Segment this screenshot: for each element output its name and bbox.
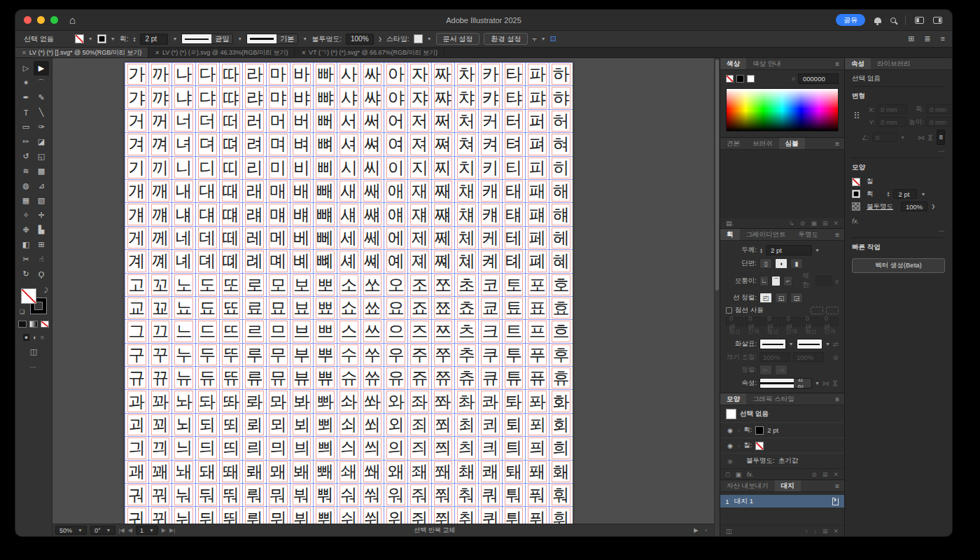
grid-cell[interactable]: 호 xyxy=(550,273,573,296)
grid-cell[interactable]: 냬 xyxy=(172,203,196,226)
search-icon[interactable] xyxy=(890,18,896,23)
grid-cell[interactable]: 뮈 xyxy=(267,507,290,524)
visibility-icon[interactable]: ◉ xyxy=(726,458,734,465)
last-artboard-icon[interactable]: ▶| xyxy=(169,527,175,533)
grid-cell[interactable]: 류 xyxy=(243,367,267,390)
fill-stroke-widget[interactable]: ⤸ ❏ xyxy=(21,288,46,314)
eyedropper-tool[interactable]: ✧ xyxy=(18,208,34,223)
grid-cell[interactable]: 빠 xyxy=(314,63,337,86)
expand-icon[interactable]: › xyxy=(738,442,740,449)
more-options-icon[interactable]: ⋯ xyxy=(852,227,945,234)
grid-cell[interactable]: 희 xyxy=(550,437,573,460)
column-graph-tool[interactable]: ▙ xyxy=(34,223,49,237)
stroke-weight-chevron-icon[interactable]: ▼ xyxy=(172,36,177,41)
tab-transparency[interactable]: 투명도 xyxy=(792,229,825,240)
grid-cell[interactable]: 쵀 xyxy=(455,460,479,483)
grid-cell[interactable]: 뽀 xyxy=(314,273,337,296)
grid-cell[interactable]: 꺄 xyxy=(148,86,172,109)
grid-cell[interactable]: 쀠 xyxy=(314,507,337,524)
grid-cell[interactable]: 떼 xyxy=(219,226,243,249)
visibility-icon[interactable]: ◉ xyxy=(726,442,734,449)
artboard-nav-dropdown[interactable]: 1▼ xyxy=(136,526,158,535)
grid-cell[interactable]: 쐐 xyxy=(360,460,384,483)
grid-cell[interactable]: 쟤 xyxy=(408,203,432,226)
grid-cell[interactable]: 씨 xyxy=(360,156,384,179)
grid-cell[interactable]: 어 xyxy=(384,109,408,132)
weight-stepper[interactable]: ▲▼ xyxy=(760,248,763,253)
visibility-icon[interactable]: ◉ xyxy=(726,427,734,434)
grid-cell[interactable]: 쳐 xyxy=(455,133,479,156)
grid-cell[interactable]: 위 xyxy=(384,507,408,524)
grid-cell[interactable]: 꽈 xyxy=(148,390,172,413)
grid-cell[interactable]: 뙤 xyxy=(219,413,243,436)
corner-miter-button[interactable]: ∟ xyxy=(760,276,769,286)
fill-swatch[interactable] xyxy=(75,34,84,43)
notifications-icon[interactable] xyxy=(874,18,881,23)
grid-cell[interactable]: 두 xyxy=(196,343,220,366)
grid-cell[interactable]: 슈 xyxy=(337,367,361,390)
arrange-documents-icon[interactable] xyxy=(915,17,924,24)
grid-cell[interactable]: 뼈 xyxy=(314,133,337,156)
height-field[interactable]: 0 mm xyxy=(926,117,952,127)
grid-cell[interactable]: 랴 xyxy=(243,86,267,109)
grid-cell[interactable]: 재 xyxy=(408,179,432,202)
artboard-tool[interactable]: ◧ xyxy=(18,237,34,252)
grid-cell[interactable]: 최 xyxy=(455,413,479,436)
width-profile-dropdown[interactable]: 균일 xyxy=(181,34,233,44)
grid-cell[interactable]: 코 xyxy=(479,273,503,296)
grid-cell[interactable]: 크 xyxy=(479,320,503,343)
grid-cell[interactable]: 케 xyxy=(479,226,503,249)
grid-cell[interactable]: 부 xyxy=(290,343,314,366)
docs-grid-icon[interactable]: ⊞ xyxy=(908,34,914,43)
grid-cell[interactable]: 댸 xyxy=(196,203,220,226)
grid-cell[interactable]: 쾌 xyxy=(479,460,503,483)
grid-cell[interactable]: 체 xyxy=(455,226,479,249)
grid-cell[interactable]: 타 xyxy=(502,63,526,86)
hand-tool[interactable]: ☝ xyxy=(34,252,49,267)
artboard-page-icon[interactable] xyxy=(832,498,839,505)
preferences-button[interactable]: 환경 설정 xyxy=(484,33,528,45)
grid-cell[interactable]: 쏘 xyxy=(360,273,384,296)
grid-cell[interactable]: 홰 xyxy=(550,460,573,483)
grid-cell[interactable]: 쪼 xyxy=(431,273,455,296)
grid-cell[interactable]: 쿄 xyxy=(479,296,503,319)
grid-cell[interactable]: 풔 xyxy=(526,484,550,507)
grid-cell[interactable]: 쪠 xyxy=(431,250,455,273)
appearance-stroke-swatch[interactable] xyxy=(755,426,764,435)
grid-cell[interactable]: 꽤 xyxy=(148,460,172,483)
options-chevron-icon[interactable]: ▼ xyxy=(541,36,546,41)
grid-cell[interactable]: 쬬 xyxy=(431,296,455,319)
grid-cell[interactable]: 꺠 xyxy=(148,203,172,226)
rotation-dropdown[interactable]: 0°▼ xyxy=(90,526,115,535)
grid-cell[interactable]: 먜 xyxy=(267,203,290,226)
grid-cell[interactable]: 쯰 xyxy=(431,437,455,460)
grid-cell[interactable]: 뷔 xyxy=(290,507,314,524)
grid-cell[interactable]: 놔 xyxy=(172,390,196,413)
close-window-button[interactable] xyxy=(24,16,31,24)
grid-cell[interactable]: 붜 xyxy=(290,484,314,507)
width-tool[interactable]: ≋ xyxy=(18,164,34,178)
grid-cell[interactable]: 의 xyxy=(384,437,408,460)
grid-cell[interactable]: 벼 xyxy=(290,133,314,156)
grid-cell[interactable]: 러 xyxy=(243,109,267,132)
grid-cell[interactable]: 트 xyxy=(502,320,526,343)
stroke-weight-field[interactable]: 2 pt xyxy=(893,189,917,199)
arrowhead-start-dropdown[interactable] xyxy=(760,339,786,349)
grid-cell[interactable]: 루 xyxy=(243,343,267,366)
grid-cell[interactable]: 샤 xyxy=(337,86,361,109)
grid-cell[interactable]: 쾨 xyxy=(479,413,503,436)
grid-cell[interactable]: 쇄 xyxy=(337,460,361,483)
grid-cell[interactable]: 효 xyxy=(550,296,573,319)
grid-cell[interactable]: 소 xyxy=(337,273,361,296)
cap-round-button[interactable]: ◖ xyxy=(775,258,788,269)
color-spectrum[interactable] xyxy=(726,88,839,132)
grid-cell[interactable]: 터 xyxy=(502,109,526,132)
canvas[interactable]: 가까나다따라마바빠사싸아자짜차카타파하갸꺄냐댜땨랴먀뱌뺘샤쌰야쟈쨔챠캬탸퍄햐거꺼… xyxy=(52,58,714,524)
opacity-swatch[interactable] xyxy=(852,202,860,211)
new-fill-icon[interactable]: ▣ xyxy=(735,471,741,478)
grid-cell[interactable]: 묘 xyxy=(267,296,290,319)
swap-fill-stroke-icon[interactable]: ⤸ xyxy=(44,287,48,294)
default-fill-stroke-icon[interactable]: ❏ xyxy=(20,309,24,315)
style-swatch[interactable] xyxy=(414,34,423,43)
angle-field[interactable]: 0 xyxy=(872,132,898,142)
